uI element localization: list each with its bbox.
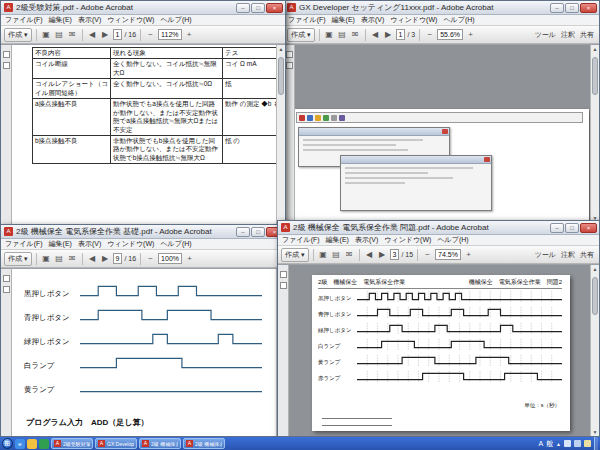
ime-conversion-mode[interactable]: 般 [546,439,553,449]
titlebar[interactable]: A 2級 機械保全 電気系保全作業 基礎.pdf - Adobe Acrobat… [1,225,285,239]
scroll-up-icon[interactable]: ▲ [591,266,599,272]
page-thumbnails-icon[interactable] [3,51,10,58]
menu-view[interactable]: 表示(V) [78,15,101,25]
email-icon[interactable]: ✉ [344,249,355,260]
tray-action-center-icon[interactable] [584,440,591,447]
print-icon[interactable]: ▤ [54,253,65,264]
comment-pane-button[interactable]: 注釈 [561,30,575,40]
page-thumbnails-icon[interactable] [3,275,10,282]
menu-file[interactable]: ファイル(F) [288,15,326,25]
windows-explorer-icon[interactable] [27,439,37,449]
menu-window[interactable]: ウィンドウ(W) [107,15,154,25]
media-player-icon[interactable] [39,439,49,449]
previous-page-icon[interactable]: ◀ [87,253,98,264]
menu-help[interactable]: ヘルプ(H) [160,239,191,249]
menu-view[interactable]: 表示(V) [361,15,384,25]
page-number-input[interactable]: 1 [113,29,123,40]
zoom-out-icon[interactable]: − [424,29,435,40]
tray-chevron-icon[interactable]: ▲ [556,441,561,447]
page-number-input[interactable]: 9 [113,253,123,264]
scroll-up-icon[interactable]: ▲ [591,46,599,52]
create-button[interactable]: 作成▾ [287,28,315,42]
titlebar[interactable]: A GX Developer セッティング11xxx.pdf - Adobe A… [284,1,599,15]
zoom-out-icon[interactable]: − [145,253,156,264]
previous-page-icon[interactable]: ◀ [87,29,98,40]
menu-view[interactable]: 表示(V) [355,235,378,245]
save-icon[interactable]: ▣ [324,29,335,40]
menu-help[interactable]: ヘルプ(H) [160,15,191,25]
bookmarks-icon[interactable] [3,286,10,293]
scrollbar-thumb[interactable] [592,57,598,95]
vertical-scrollbar[interactable]: ▲ ▼ [590,265,599,436]
start-button[interactable]: ⊞ [2,438,13,449]
scrollbar-thumb[interactable] [592,277,598,315]
next-page-icon[interactable]: ▶ [377,249,388,260]
tray-network-icon[interactable] [564,440,571,447]
next-page-icon[interactable]: ▶ [100,253,111,264]
previous-page-icon[interactable]: ◀ [370,29,381,40]
menu-edit[interactable]: 編集(E) [326,235,349,245]
zoom-level[interactable]: 100% [158,253,182,264]
scrollbar-thumb[interactable] [278,57,284,95]
minimize-button[interactable]: – [236,227,250,237]
menu-edit[interactable]: 編集(E) [49,15,72,25]
create-button[interactable]: 作成▾ [4,28,32,42]
minimize-button[interactable]: – [550,223,564,233]
zoom-in-icon[interactable]: + [184,253,195,264]
tray-volume-icon[interactable] [574,440,581,447]
page-number-input[interactable]: 1 [396,29,406,40]
zoom-level[interactable]: 112% [158,29,181,40]
print-icon[interactable]: ▤ [337,29,348,40]
maximize-button[interactable]: □ [251,3,265,13]
internet-explorer-icon[interactable]: e [15,439,25,449]
titlebar[interactable]: A 2級 機械保全 電気系保全作業 問題.pdf - Adobe Acrobat… [278,221,599,235]
ime-input-mode[interactable]: A [538,440,543,447]
zoom-in-icon[interactable]: + [463,249,474,260]
close-button[interactable]: × [580,3,597,13]
menu-file[interactable]: ファイル(F) [5,15,43,25]
zoom-in-icon[interactable]: + [465,29,476,40]
minimize-button[interactable]: – [550,3,564,13]
next-page-icon[interactable]: ▶ [100,29,111,40]
menu-file[interactable]: ファイル(F) [282,235,320,245]
tools-pane-button[interactable]: ツール [535,30,556,40]
menu-help[interactable]: ヘルプ(H) [437,235,468,245]
taskbar-button-window4[interactable]: A2級 機械保全 電気系保全作業 問題.pdf - Adobe Acrobat [183,438,225,449]
email-icon[interactable]: ✉ [67,29,78,40]
menu-window[interactable]: ウィンドウ(W) [390,15,437,25]
page-number-input[interactable]: 3 [390,249,400,260]
bookmarks-icon[interactable] [286,62,293,69]
vertical-scrollbar[interactable]: ▲ ▼ [590,45,599,222]
create-button[interactable]: 作成▾ [281,248,309,262]
menu-window[interactable]: ウィンドウ(W) [384,235,431,245]
comment-pane-button[interactable]: 注釈 [561,250,575,260]
previous-page-icon[interactable]: ◀ [364,249,375,260]
menu-file[interactable]: ファイル(F) [5,239,43,249]
taskbar-button-window1[interactable]: A2級受験対策.pdf - Adobe Acrobat [51,438,93,449]
email-icon[interactable]: ✉ [350,29,361,40]
save-icon[interactable]: ▣ [41,253,52,264]
bookmarks-icon[interactable] [280,282,287,289]
save-icon[interactable]: ▣ [318,249,329,260]
close-button[interactable]: × [580,223,597,233]
maximize-button[interactable]: □ [251,227,265,237]
next-page-icon[interactable]: ▶ [383,29,394,40]
tools-pane-button[interactable]: ツール [535,250,556,260]
close-button[interactable]: × [266,3,283,13]
menu-edit[interactable]: 編集(E) [332,15,355,25]
zoom-level[interactable]: 74.5% [435,249,461,260]
share-pane-button[interactable]: 共有 [580,250,594,260]
zoom-level[interactable]: 55.6% [437,29,463,40]
page-thumbnails-icon[interactable] [286,51,293,58]
titlebar[interactable]: A 2級受験対策.pdf - Adobe Acrobat – □ × [1,1,285,15]
print-icon[interactable]: ▤ [54,29,65,40]
zoom-out-icon[interactable]: − [145,29,156,40]
zoom-in-icon[interactable]: + [184,29,195,40]
email-icon[interactable]: ✉ [67,253,78,264]
print-icon[interactable]: ▤ [331,249,342,260]
taskbar-button-window3[interactable]: A2級 機械保全 電気系保全作業 基礎.pdf - Adobe Acrobat [139,438,181,449]
share-pane-button[interactable]: 共有 [580,30,594,40]
zoom-out-icon[interactable]: − [422,249,433,260]
scroll-up-icon[interactable]: ▲ [277,46,285,52]
create-button[interactable]: 作成▾ [4,252,32,266]
